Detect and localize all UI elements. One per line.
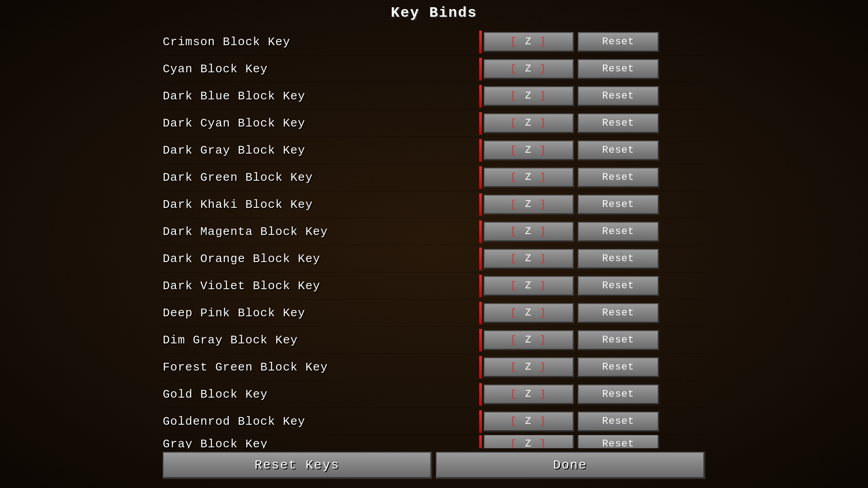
bracket-open: [ <box>510 307 525 319</box>
reset-button[interactable]: Reset <box>578 330 659 350</box>
row-divider <box>479 85 482 108</box>
key-bind-button[interactable]: [ Z ] <box>484 113 574 133</box>
key-bind-text: [ Z ] <box>510 438 547 449</box>
bracket-close: ] <box>533 199 547 210</box>
table-row: Dark Violet Block Key [ Z ] Reset <box>163 272 705 300</box>
keybind-label: Dark Gray Block Key <box>163 144 479 157</box>
bracket-close: ] <box>533 253 547 264</box>
reset-button[interactable]: Reset <box>578 113 659 133</box>
key-bind-button[interactable]: [ Z ] <box>484 357 574 377</box>
keybind-label: Dark Violet Block Key <box>163 279 479 293</box>
main-container: Key Binds Crimson Block Key [ Z ] Reset … <box>163 5 705 483</box>
reset-button[interactable]: Reset <box>578 141 659 160</box>
key-bind-button[interactable]: [ Z ] <box>484 330 574 350</box>
key-bind-text: [ Z ] <box>510 145 547 156</box>
row-divider <box>479 221 482 243</box>
key-bind-text: [ Z ] <box>510 416 547 427</box>
key-bind-button[interactable]: [ Z ] <box>484 412 574 432</box>
row-divider <box>479 356 482 379</box>
bracket-close: ] <box>533 416 547 427</box>
row-divider <box>479 193 482 216</box>
reset-button[interactable]: Reset <box>578 385 659 404</box>
keybind-label: Dark Green Block Key <box>163 171 479 184</box>
key-bind-button[interactable]: [ Z ] <box>484 59 574 79</box>
reset-button[interactable]: Reset <box>578 86 659 106</box>
key-bind-button[interactable]: [ Z ] <box>484 276 574 296</box>
reset-button[interactable]: Reset <box>578 249 659 269</box>
done-button[interactable]: Done <box>436 452 705 479</box>
key-bind-button[interactable]: [ Z ] <box>484 195 574 215</box>
keybind-label: Crimson Block Key <box>163 35 479 49</box>
bracket-open: [ <box>510 36 525 47</box>
key-bind-text: [ Z ] <box>510 226 547 237</box>
key-bind-text: [ Z ] <box>510 334 547 346</box>
key-bind-text: [ Z ] <box>510 36 547 47</box>
reset-button[interactable]: Reset <box>578 59 659 79</box>
bracket-close: ] <box>533 90 547 102</box>
row-divider <box>479 248 482 270</box>
key-bind-text: [ Z ] <box>510 172 547 183</box>
table-row: Gray Block Key [ Z ] Reset <box>163 435 705 448</box>
reset-button[interactable]: Reset <box>578 412 659 432</box>
key-bind-button[interactable]: [ Z ] <box>484 249 574 269</box>
key-bind-button[interactable]: [ Z ] <box>484 385 574 404</box>
bracket-close: ] <box>533 307 547 319</box>
key-bind-button[interactable]: [ Z ] <box>484 435 574 448</box>
bracket-open: [ <box>510 90 525 102</box>
bracket-close: ] <box>533 334 547 346</box>
key-bind-text: [ Z ] <box>510 90 547 102</box>
key-bind-button[interactable]: [ Z ] <box>484 86 574 106</box>
reset-button[interactable]: Reset <box>578 195 659 215</box>
key-bind-button[interactable]: [ Z ] <box>484 168 574 188</box>
key-bind-text: [ Z ] <box>510 63 547 75</box>
keybind-label: Gray Block Key <box>163 437 479 449</box>
reset-button[interactable]: Reset <box>578 222 659 242</box>
keybind-label: Dim Gray Block Key <box>163 333 479 347</box>
bottom-bar: Reset Keys Done <box>163 452 705 483</box>
keybinds-list[interactable]: Crimson Block Key [ Z ] Reset Cyan Block… <box>163 28 705 448</box>
table-row: Dark Magenta Block Key [ Z ] Reset <box>163 218 705 245</box>
table-row: Crimson Block Key [ Z ] Reset <box>163 28 705 56</box>
reset-button[interactable]: Reset <box>578 32 659 52</box>
keybinds-list-container: Crimson Block Key [ Z ] Reset Cyan Block… <box>163 28 705 448</box>
key-bind-button[interactable]: [ Z ] <box>484 32 574 52</box>
table-row: Dark Green Block Key [ Z ] Reset <box>163 164 705 191</box>
row-divider <box>479 275 482 297</box>
row-divider <box>479 166 482 189</box>
row-divider <box>479 329 482 352</box>
bracket-close: ] <box>533 145 547 156</box>
bracket-close: ] <box>533 63 547 75</box>
row-divider <box>479 112 482 135</box>
reset-button[interactable]: Reset <box>578 168 659 188</box>
key-bind-button[interactable]: [ Z ] <box>484 141 574 160</box>
table-row: Dim Gray Block Key [ Z ] Reset <box>163 327 705 354</box>
reset-button[interactable]: Reset <box>578 435 659 448</box>
reset-button[interactable]: Reset <box>578 303 659 323</box>
keybind-label: Goldenrod Block Key <box>163 415 479 428</box>
bracket-close: ] <box>533 389 547 400</box>
key-bind-button[interactable]: [ Z ] <box>484 222 574 242</box>
table-row: Deep Pink Block Key [ Z ] Reset <box>163 300 705 327</box>
reset-button[interactable]: Reset <box>578 357 659 377</box>
bracket-open: [ <box>510 145 525 156</box>
keybind-label: Gold Block Key <box>163 388 479 401</box>
keybind-label: Dark Orange Block Key <box>163 252 479 266</box>
table-row: Gold Block Key [ Z ] Reset <box>163 381 705 408</box>
bracket-close: ] <box>533 280 547 291</box>
row-divider <box>479 58 482 80</box>
reset-button[interactable]: Reset <box>578 276 659 296</box>
bracket-open: [ <box>510 117 525 129</box>
key-bind-button[interactable]: [ Z ] <box>484 303 574 323</box>
row-divider <box>479 410 482 433</box>
table-row: Forest Green Block Key [ Z ] Reset <box>163 354 705 381</box>
keybind-label: Dark Khaki Block Key <box>163 198 479 211</box>
keybind-label: Dark Cyan Block Key <box>163 117 479 130</box>
reset-keys-button[interactable]: Reset Keys <box>163 452 432 479</box>
bracket-close: ] <box>533 361 547 373</box>
bracket-open: [ <box>510 253 525 264</box>
bracket-close: ] <box>533 36 547 47</box>
key-bind-text: [ Z ] <box>510 307 547 319</box>
page-title: Key Binds <box>391 5 477 21</box>
row-divider <box>479 302 482 324</box>
row-divider <box>479 31 482 53</box>
